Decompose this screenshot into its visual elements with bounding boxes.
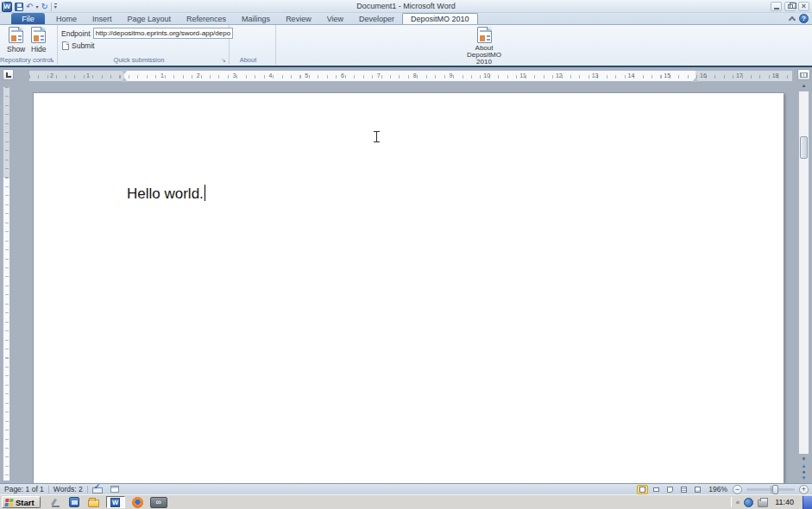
ribbon-tab[interactable]: View	[319, 13, 351, 24]
tab-file[interactable]: File	[11, 13, 45, 24]
start-button[interactable]: Start	[2, 496, 41, 508]
ribbon: Show Hide Repository control ↘ Endpoint …	[0, 24, 812, 67]
ribbon-tab[interactable]: Developer	[351, 13, 402, 24]
ribbon-tab-label: Home	[56, 15, 77, 23]
zoom-slider-track[interactable]	[746, 488, 795, 491]
about-depositmo-button[interactable]: About DepositMO 2010	[463, 27, 506, 66]
start-button-label: Start	[16, 498, 35, 507]
show-button[interactable]: Show	[7, 27, 25, 53]
tab-stop-selector[interactable]	[3, 69, 14, 80]
show-button-label: Show	[7, 45, 25, 53]
ribbon-tab-label: Insert	[92, 15, 112, 23]
word-count-status[interactable]: Words: 2	[49, 484, 87, 494]
folder-glyph	[88, 500, 99, 507]
scroll-down-icon[interactable]: ▼	[797, 456, 810, 463]
view-ruler-toggle-button[interactable]	[797, 69, 810, 80]
scroll-up-icon[interactable]: ▲	[797, 82, 810, 90]
spellcheck-status-button[interactable]	[88, 484, 106, 494]
ruler-number: 13	[592, 72, 599, 79]
word-icon: W	[110, 498, 120, 507]
ruler-number: 10	[483, 72, 490, 79]
zoom-out-button[interactable]: −	[733, 485, 742, 494]
page-number-status[interactable]: Page: 1 of 1	[0, 484, 48, 494]
ribbon-mini-controls: ?	[790, 14, 809, 23]
ibeam-cursor	[373, 131, 381, 142]
browse-object-icon[interactable]: ●	[797, 469, 810, 475]
ribbon-tab[interactable]: Review	[278, 13, 319, 24]
group-quick-submission: Endpoint Submit Quick submission ↘	[58, 25, 230, 65]
ribbon-tab[interactable]: Insert	[85, 13, 120, 24]
collapse-ribbon-icon[interactable]	[789, 16, 796, 23]
word-window: W ↶ ▾ ↻ ▾ Document1 - Microsoft Word × F…	[0, 0, 812, 509]
show-desktop-button[interactable]	[803, 496, 812, 509]
ruler-number: 6	[341, 72, 344, 79]
hanging-indent-marker[interactable]	[121, 78, 128, 82]
printer-tray-icon[interactable]	[758, 500, 768, 507]
restore-button[interactable]	[784, 2, 796, 11]
lamp-icon[interactable]	[49, 496, 62, 508]
right-indent-marker[interactable]	[692, 78, 699, 82]
horizontal-ruler[interactable]: 21 123456789101112131415 161718	[28, 70, 793, 82]
file-tab-label: File	[22, 15, 35, 23]
scrollbar-track[interactable]	[798, 91, 809, 455]
status-bar: Page: 1 of 1 Words: 2 196% − +	[0, 483, 812, 494]
ribbon-tab[interactable]: Mailings	[234, 13, 278, 24]
hide-button[interactable]: Hide	[31, 27, 46, 53]
ruler-number: 1	[86, 72, 90, 79]
dialog-launcher-icon[interactable]: ↘	[48, 57, 55, 64]
ruler-number: 15	[664, 72, 670, 79]
outline-view-button[interactable]	[678, 485, 689, 494]
first-line-indent-marker[interactable]	[121, 70, 128, 74]
clock[interactable]: 11:40	[772, 498, 796, 506]
print-layout-view-button[interactable]	[637, 485, 648, 494]
ruler-number: 18	[772, 72, 779, 79]
word-taskbar-button[interactable]: W	[106, 496, 125, 508]
macro-record-button[interactable]	[106, 484, 123, 494]
windows-flag-icon	[4, 499, 13, 506]
ribbon-tab-row: File Home Insert Page Layout References …	[0, 13, 812, 24]
fullscreen-reading-view-button[interactable]	[651, 485, 662, 494]
dialog-launcher-icon[interactable]: ↘	[220, 57, 227, 64]
print-layout-icon	[639, 487, 645, 493]
ribbon-tab[interactable]: References	[179, 13, 234, 24]
ruler-ticks	[29, 75, 792, 79]
vertical-scrollbar: ▲ ▼ ▲ ● ▼	[796, 67, 812, 483]
ribbon-tab[interactable]: Page Layout	[120, 13, 179, 24]
infinity-app-icon[interactable]: ∞	[150, 497, 167, 508]
next-page-icon[interactable]: ▼	[797, 475, 810, 481]
globe-tray-icon[interactable]	[744, 498, 753, 507]
submit-button[interactable]: Submit	[62, 41, 94, 50]
ribbon-tab[interactable]: Home	[48, 13, 85, 24]
zoom-level[interactable]: 196%	[706, 485, 730, 493]
endpoint-input[interactable]	[93, 28, 233, 39]
zoom-in-button[interactable]: +	[799, 485, 809, 494]
ruler-number: 4	[268, 72, 272, 79]
text-caret	[205, 185, 205, 201]
show-document-icon	[9, 27, 23, 43]
help-button[interactable]: ?	[799, 14, 809, 23]
ruler-number: 14	[627, 72, 634, 79]
close-button[interactable]: ×	[798, 2, 809, 11]
scrollbar-thumb[interactable]	[800, 136, 808, 159]
ribbon-tab[interactable]: DepositMO 2010	[402, 13, 478, 24]
group-label-repository-control: Repository control	[0, 56, 48, 64]
folder-icon[interactable]	[87, 496, 100, 508]
previous-page-icon[interactable]: ▲	[797, 463, 810, 469]
web-layout-icon	[667, 487, 673, 493]
help-icon: ?	[802, 15, 806, 22]
firefox-icon[interactable]	[131, 496, 144, 508]
web-layout-view-button[interactable]	[664, 485, 676, 494]
ruler-number: 9	[449, 72, 452, 79]
macro-icon	[110, 486, 119, 493]
draft-view-button[interactable]	[692, 485, 703, 494]
hidden-icons-chevron[interactable]: «	[736, 499, 740, 506]
media-player-icon[interactable]	[68, 496, 81, 508]
hide-document-icon	[31, 27, 46, 43]
minimize-button[interactable]	[771, 2, 782, 11]
group-label-about: About	[230, 56, 267, 64]
zoom-slider-thumb[interactable]	[772, 485, 778, 494]
document-page[interactable]: Hello world.	[33, 92, 784, 483]
quick-launch: W ∞	[49, 496, 167, 508]
zoom-in-icon: +	[802, 486, 806, 493]
ribbon-tab-label: DepositMO 2010	[411, 15, 469, 23]
